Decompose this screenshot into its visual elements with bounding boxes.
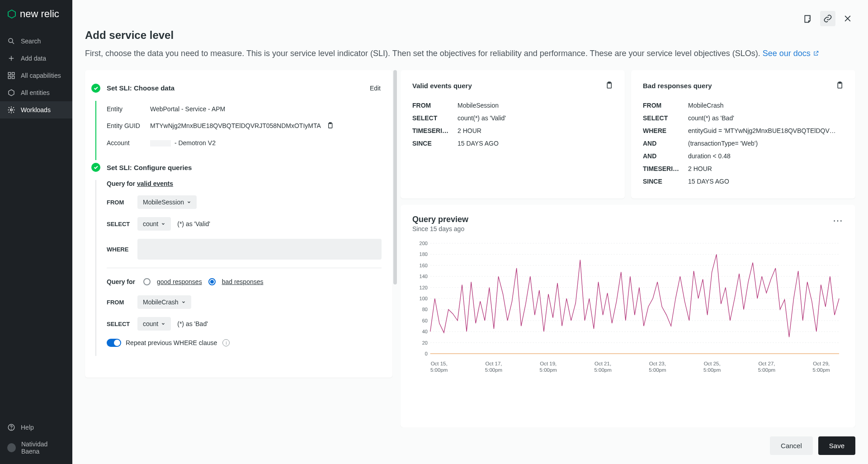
svg-text:180: 180: [420, 251, 428, 257]
chevron-down-icon: [161, 222, 165, 226]
save-button[interactable]: Save: [818, 436, 855, 455]
svg-rect-4: [8, 72, 10, 75]
docs-link[interactable]: See our docs: [763, 49, 819, 58]
sidebar-item-all-entities[interactable]: All entities: [0, 84, 72, 101]
link-button[interactable]: [820, 11, 835, 26]
close-button[interactable]: [840, 11, 855, 26]
copy-button[interactable]: [326, 122, 334, 130]
clause-value: MobileCrash: [688, 102, 844, 109]
clause-value: 2 HOUR: [688, 165, 844, 172]
clause-row: WHEREentityGuid = 'MTYwNjg2MnxBUE18QVBQT…: [643, 124, 844, 137]
from-select[interactable]: MobileSession: [137, 195, 197, 209]
svg-text:20: 20: [422, 340, 428, 345]
card-title: Bad responses query: [643, 82, 712, 90]
x-tick-label: Oct 15,5:00pm: [430, 361, 448, 374]
grid-icon: [7, 71, 15, 80]
kv-value: WebPortal - Service - APM: [150, 105, 225, 113]
notes-button[interactable]: 2: [800, 11, 816, 26]
edit-link[interactable]: Edit: [370, 85, 381, 92]
from-select-bad[interactable]: MobileCrash: [137, 295, 191, 309]
sidebar-item-help[interactable]: Help: [0, 419, 72, 436]
page-header: Add service level First, choose the data…: [72, 26, 868, 70]
svg-text:120: 120: [420, 284, 428, 290]
radio-bad-label[interactable]: bad responses: [222, 278, 264, 285]
help-icon: [7, 423, 15, 431]
clause-value: 15 DAYS AGO: [458, 140, 613, 147]
sidebar-bottom: Help Natividad Baena: [0, 419, 72, 464]
clause-key: SELECT: [643, 114, 688, 122]
sidebar-item-search[interactable]: Search: [0, 33, 72, 50]
select-expression: (*) as 'Valid': [177, 220, 210, 227]
check-circle-icon: [91, 163, 100, 172]
clause-key: TIMESERI…: [412, 127, 458, 134]
svg-text:140: 140: [420, 274, 428, 279]
select-select-bad[interactable]: count: [137, 317, 171, 331]
clause-key: AND: [643, 152, 688, 160]
radio-bad[interactable]: [208, 278, 216, 285]
gear-icon: [7, 106, 15, 114]
copy-button[interactable]: [835, 81, 844, 91]
x-tick-label: Oct 17,5:00pm: [485, 361, 502, 374]
clause-row: AND(transactionType= 'Web'): [643, 137, 844, 150]
x-tick-label: Oct 29,5:00pm: [813, 361, 830, 374]
clause-value: count(*) as 'Bad': [688, 114, 844, 122]
more-button[interactable]: ⋯: [833, 215, 844, 227]
clause-row: FROMMobileCrash: [643, 99, 844, 112]
clause-row: TIMESERI…2 HOUR: [412, 124, 613, 137]
sidebar-item-add-data[interactable]: Add data: [0, 50, 72, 67]
svg-text:80: 80: [422, 307, 428, 312]
clause-key: FROM: [412, 102, 458, 109]
where-input[interactable]: [137, 239, 382, 260]
sidebar: new relic Search Add data All capabiliti…: [0, 0, 72, 464]
check-circle-icon: [91, 84, 100, 93]
svg-point-10: [11, 429, 12, 429]
preview-subtitle: Since 15 days ago: [412, 225, 468, 232]
svg-rect-5: [12, 72, 14, 75]
radio-good-label[interactable]: good responses: [157, 278, 202, 285]
svg-rect-7: [12, 76, 14, 79]
sidebar-item-label: Search: [21, 38, 41, 45]
avatar: [7, 443, 16, 452]
sidebar-item-label: Help: [21, 424, 34, 431]
footer: Cancel Save: [72, 427, 868, 464]
sidebar-item-user[interactable]: Natividad Baena: [0, 436, 72, 459]
clause-value: entityGuid = 'MTYwNjg2MnxBUE18QVBQTElDQV…: [688, 127, 844, 134]
plus-icon: [7, 54, 15, 62]
brand-logo[interactable]: new relic: [0, 0, 72, 28]
redacted: [150, 140, 171, 147]
clause-row: ANDduration < 0.48: [643, 150, 844, 162]
clause-value: (transactionType= 'Web'): [688, 140, 844, 147]
preview-title: Query preview: [412, 215, 468, 224]
select-select[interactable]: count: [137, 217, 171, 231]
clause-row: TIMESERI…2 HOUR: [643, 162, 844, 175]
sidebar-item-label: Workloads: [21, 106, 51, 114]
notes-icon: 2: [803, 14, 812, 23]
select-label: SELECT: [107, 221, 131, 227]
cancel-button[interactable]: Cancel: [770, 436, 813, 455]
clipboard-icon: [835, 81, 844, 89]
step-title: Set SLI: Choose data: [107, 84, 175, 92]
sidebar-item-label: Natividad Baena: [21, 440, 65, 455]
radio-good[interactable]: [143, 278, 151, 285]
repeat-where-toggle-row: Repeat previous WHERE clause i: [107, 339, 392, 347]
clause-key: SINCE: [643, 178, 688, 185]
kv-value: MTYwNjg2MnxBUE18QVBQTElDQVRJT058NDMxOTIy…: [150, 122, 321, 129]
sidebar-item-workloads[interactable]: Workloads: [0, 101, 72, 118]
info-icon[interactable]: i: [222, 339, 230, 346]
external-link-icon: [813, 50, 819, 57]
scrollbar[interactable]: [393, 70, 397, 284]
page-description: First, choose the data you need to measu…: [85, 47, 855, 60]
clause-row: SELECTcount(*) as 'Bad': [643, 112, 844, 124]
brand-name: new relic: [20, 8, 59, 20]
repeat-where-label: Repeat previous WHERE clause: [126, 339, 217, 346]
clause-value: 15 DAYS AGO: [688, 178, 844, 185]
repeat-where-toggle[interactable]: [107, 339, 121, 347]
x-tick-label: Oct 23,5:00pm: [649, 361, 666, 374]
sidebar-item-all-capabilities[interactable]: All capabilities: [0, 67, 72, 84]
copy-button[interactable]: [605, 81, 613, 91]
sidebar-item-label: All entities: [21, 89, 50, 96]
svg-text:0: 0: [425, 351, 428, 356]
clause-row: FROMMobileSession: [412, 99, 613, 112]
chart: 020406080100120140160180200 Oct 15,5:00p…: [412, 240, 844, 374]
from-label: FROM: [107, 199, 131, 206]
